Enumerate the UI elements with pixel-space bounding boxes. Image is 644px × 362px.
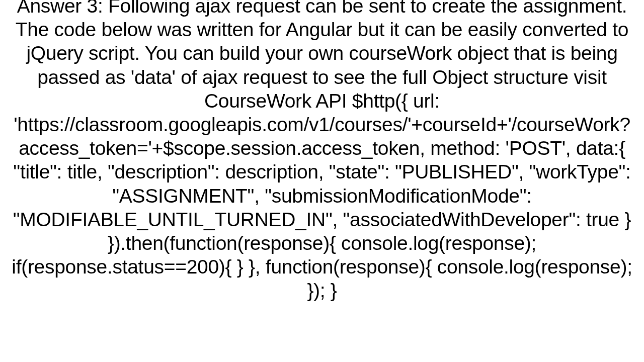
- answer-body: Answer 3: Following ajax request can be …: [12, 0, 632, 301]
- answer-text-block: Answer 3: Following ajax request can be …: [0, 0, 644, 302]
